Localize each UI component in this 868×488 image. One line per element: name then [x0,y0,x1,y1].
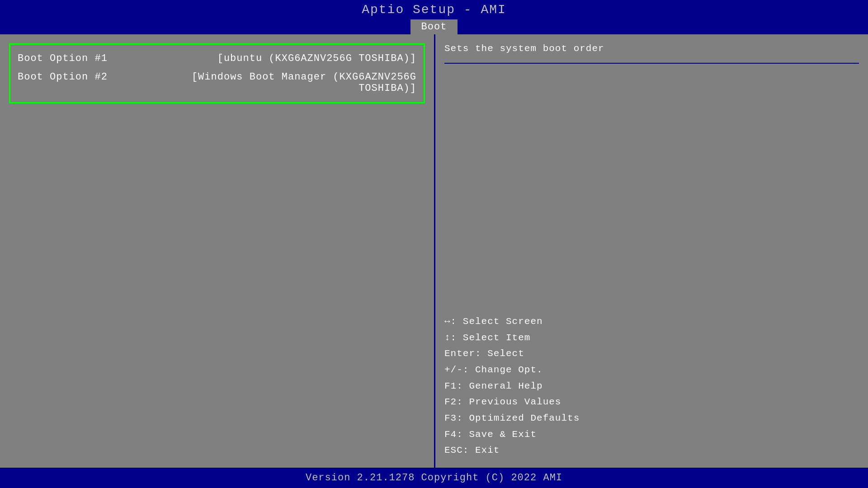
boot-option-1-label: Boot Option #1 [18,53,162,64]
header: Aptio Setup - AMI Boot [0,0,868,34]
boot-option-2-value: [Windows Boot Manager (KXG6AZNV256G TOSH… [162,71,416,94]
key-hint-line: F1: General Help [444,378,859,394]
boot-option-2[interactable]: Boot Option #2 [Windows Boot Manager (KX… [18,68,416,98]
boot-option-2-label: Boot Option #2 [18,71,162,94]
left-panel: Boot Option #1 [ubuntu (KXG6AZNV256G TOS… [0,34,434,468]
key-hint-line: ↕: Select Item [444,330,859,346]
key-hint-line: F3: Optimized Defaults [444,410,859,427]
app-title: Aptio Setup - AMI [0,3,868,19]
boot-option-1[interactable]: Boot Option #1 [ubuntu (KXG6AZNV256G TOS… [18,49,416,68]
key-hint-line: Enter: Select [444,346,859,362]
key-help: ↔: Select Screen↕: Select ItemEnter: Sel… [444,305,859,459]
tab-bar: Boot [0,19,868,34]
help-text: Sets the system boot order [444,43,859,54]
key-hint-line: F2: Previous Values [444,394,859,410]
boot-option-1-value: [ubuntu (KXG6AZNV256G TOSHIBA)] [162,53,416,64]
key-hint-line: +/-: Change Opt. [444,362,859,378]
key-hint-line: ESC: Exit [444,442,859,459]
main-content: Boot Option #1 [ubuntu (KXG6AZNV256G TOS… [0,34,868,468]
tab-boot[interactable]: Boot [410,19,458,34]
key-hint-line: F4: Save & Exit [444,427,859,443]
right-panel: Sets the system boot order ↔: Select Scr… [435,34,868,468]
help-divider [444,63,859,64]
key-hint-line: ↔: Select Screen [444,314,859,330]
footer: Version 2.21.1278 Copyright (C) 2022 AMI [0,468,868,488]
version-text: Version 2.21.1278 Copyright (C) 2022 AMI [306,472,562,483]
app-container: Aptio Setup - AMI Boot Boot Option #1 [u… [0,0,868,488]
boot-options-box: Boot Option #1 [ubuntu (KXG6AZNV256G TOS… [9,43,425,103]
